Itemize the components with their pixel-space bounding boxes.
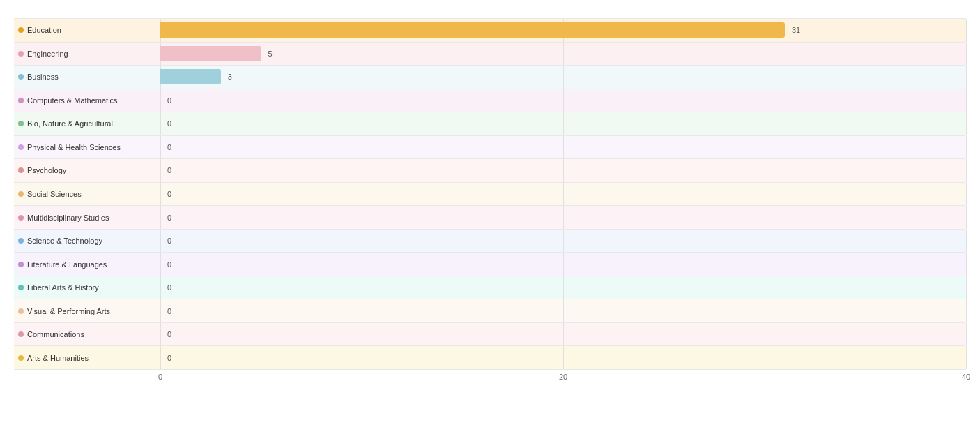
grid-line (966, 66, 967, 89)
grid-line (563, 112, 564, 135)
label-dot (18, 355, 24, 361)
label-text: Liberal Arts & History (27, 283, 99, 292)
grid-line (160, 136, 161, 159)
bar-row: Multidisciplinary Studies0 (14, 206, 966, 230)
label-dot (18, 51, 24, 57)
label-text: Education (27, 26, 61, 34)
bar-value: 5 (268, 50, 273, 58)
bar-value: 0 (167, 354, 171, 362)
grid-line (160, 276, 161, 299)
label-dot (18, 144, 24, 150)
bar-row: Bio, Nature & Agricultural0 (14, 112, 966, 136)
chart-container: Education31Engineering5Business3Computer… (0, 0, 980, 441)
bar-row: Business3 (14, 66, 966, 89)
grid-line (160, 230, 161, 253)
label-text: Social Sciences (27, 190, 82, 198)
bar-value: 0 (167, 260, 171, 269)
bar-label: Psychology (14, 159, 160, 182)
bar-value: 0 (167, 143, 171, 151)
label-dot (18, 331, 24, 337)
grid-line (160, 89, 161, 112)
bar-track: 5 (160, 43, 966, 66)
grid-line (563, 89, 564, 112)
grid-line (563, 276, 564, 299)
bar-label: Engineering (14, 43, 160, 66)
grid-line (966, 19, 967, 42)
grid-line (966, 346, 967, 369)
grid-line (563, 183, 564, 206)
bar-label: Education (14, 19, 160, 42)
grid-line (966, 136, 967, 159)
grid-line (966, 112, 967, 135)
label-dot (18, 74, 24, 80)
bar-value: 3 (228, 73, 232, 81)
grid-line (563, 136, 564, 159)
x-axis-tick: 0 (158, 373, 162, 381)
label-text: Science & Technology (27, 237, 102, 245)
bar-value: 0 (167, 166, 171, 174)
grid-line (563, 43, 564, 66)
bar-fill (160, 69, 221, 84)
bar-row: Science & Technology0 (14, 230, 966, 253)
bar-value: 0 (167, 119, 171, 128)
grid-line (563, 346, 564, 369)
label-text: Visual & Performing Arts (27, 307, 110, 315)
bar-track: 0 (160, 159, 966, 182)
bar-row: Education31 (14, 18, 966, 43)
grid-line (966, 276, 967, 299)
grid-line (563, 323, 564, 346)
chart-area: Education31Engineering5Business3Computer… (14, 18, 966, 384)
grid-line (563, 253, 564, 276)
bar-track: 0 (160, 183, 966, 206)
bar-value: 0 (167, 214, 171, 222)
grid-line (563, 299, 564, 322)
grid-line (160, 299, 161, 322)
bar-track: 0 (160, 136, 966, 159)
bar-fill (160, 22, 785, 38)
label-text: Computers & Mathematics (27, 96, 118, 105)
bar-track: 3 (160, 66, 966, 89)
bar-label: Social Sciences (14, 183, 160, 206)
grid-line (160, 206, 161, 229)
bar-track: 0 (160, 276, 966, 299)
label-text: Arts & Humanities (27, 354, 89, 362)
label-dot (18, 121, 24, 126)
label-dot (18, 27, 24, 33)
bar-value: 0 (167, 283, 171, 292)
grid-line (563, 159, 564, 182)
grid-line (966, 323, 967, 346)
label-dot (18, 191, 24, 197)
bar-row: Arts & Humanities0 (14, 346, 966, 370)
label-dot (18, 98, 24, 103)
bar-row: Literature & Languages0 (14, 253, 966, 276)
bar-row: Psychology0 (14, 159, 966, 183)
x-axis-tick: 40 (962, 373, 970, 381)
label-dot (18, 308, 24, 314)
label-text: Business (27, 73, 59, 81)
grid-line (966, 183, 967, 206)
grid-line (160, 346, 161, 369)
bar-label: Computers & Mathematics (14, 89, 160, 112)
grid-line (966, 43, 967, 66)
grid-line (160, 112, 161, 135)
bar-label: Communications (14, 323, 160, 346)
bar-row: Communications0 (14, 323, 966, 347)
bar-label: Liberal Arts & History (14, 276, 160, 299)
bar-row: Engineering5 (14, 43, 966, 66)
bar-value: 0 (167, 330, 171, 338)
bar-track: 0 (160, 299, 966, 322)
bar-row: Social Sciences0 (14, 183, 966, 207)
label-dot (18, 285, 24, 290)
grid-line (966, 299, 967, 322)
bar-label: Multidisciplinary Studies (14, 206, 160, 229)
grid-line (966, 253, 967, 276)
bar-value: 0 (167, 237, 171, 245)
grid-line (966, 206, 967, 229)
grid-line (563, 230, 564, 253)
bar-value: 0 (167, 307, 171, 315)
bar-label: Bio, Nature & Agricultural (14, 112, 160, 135)
bar-label: Arts & Humanities (14, 346, 160, 369)
label-text: Communications (27, 330, 84, 338)
grid-line (563, 206, 564, 229)
bar-label: Visual & Performing Arts (14, 299, 160, 322)
